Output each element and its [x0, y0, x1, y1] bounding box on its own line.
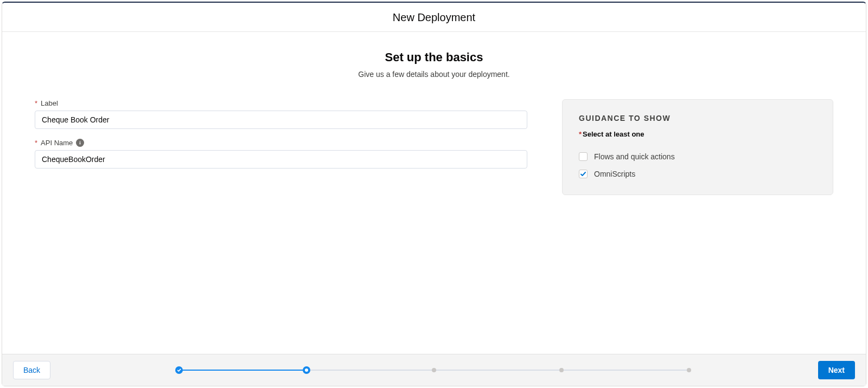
progress-fill	[179, 370, 307, 371]
modal-body: Set up the basics Give us a few details …	[2, 32, 866, 354]
modal-footer: Back Next	[2, 354, 866, 386]
checkbox-unchecked-icon	[579, 152, 588, 161]
progress-step-3[interactable]	[432, 368, 436, 372]
label-input[interactable]	[35, 111, 527, 129]
progress-step-5[interactable]	[687, 368, 691, 372]
label-form-group: * Label	[35, 99, 527, 129]
modal-frame: New Deployment Set up the basics Give us…	[2, 2, 866, 386]
required-indicator: *	[35, 139, 37, 146]
progress-indicator	[179, 365, 689, 376]
progress-step-4[interactable]	[559, 368, 564, 372]
guidance-select-hint: * Select at least one	[579, 130, 816, 138]
guidance-panel: GUIDANCE TO SHOW * Select at least one F…	[562, 99, 833, 195]
guidance-panel-title: GUIDANCE TO SHOW	[579, 114, 816, 122]
next-button[interactable]: Next	[818, 361, 855, 379]
api-name-label-row: * API Name	[35, 139, 527, 147]
progress-step-1[interactable]	[175, 366, 183, 374]
svg-point-0	[80, 141, 81, 142]
form-column: * Label * API Name	[35, 99, 527, 178]
progress-step-2[interactable]	[303, 366, 310, 374]
required-indicator: *	[35, 100, 37, 107]
label-field-label-row: * Label	[35, 99, 527, 107]
footer-right: Next	[818, 361, 855, 379]
guidance-column: GUIDANCE TO SHOW * Select at least one F…	[562, 99, 833, 195]
checkbox-checked-icon	[579, 170, 588, 178]
guidance-select-hint-text: Select at least one	[583, 130, 644, 138]
info-icon[interactable]	[76, 139, 84, 147]
required-indicator: *	[579, 131, 582, 138]
section-heading: Set up the basics	[35, 50, 833, 64]
label-field-label: Label	[41, 99, 58, 107]
back-button[interactable]: Back	[13, 361, 50, 379]
content-columns: * Label * API Name	[35, 99, 833, 195]
api-name-form-group: * API Name	[35, 139, 527, 169]
modal-header: New Deployment	[2, 3, 866, 32]
guidance-option-omniscripts-label: OmniScripts	[594, 170, 635, 178]
guidance-option-flows[interactable]: Flows and quick actions	[579, 148, 816, 165]
api-name-field-label: API Name	[41, 139, 73, 147]
api-name-input[interactable]	[35, 150, 527, 169]
guidance-option-omniscripts[interactable]: OmniScripts	[579, 165, 816, 183]
svg-rect-1	[80, 143, 81, 145]
section-subheading: Give us a few details about your deploym…	[35, 70, 833, 79]
modal-title: New Deployment	[2, 11, 866, 24]
guidance-option-flows-label: Flows and quick actions	[594, 152, 675, 161]
